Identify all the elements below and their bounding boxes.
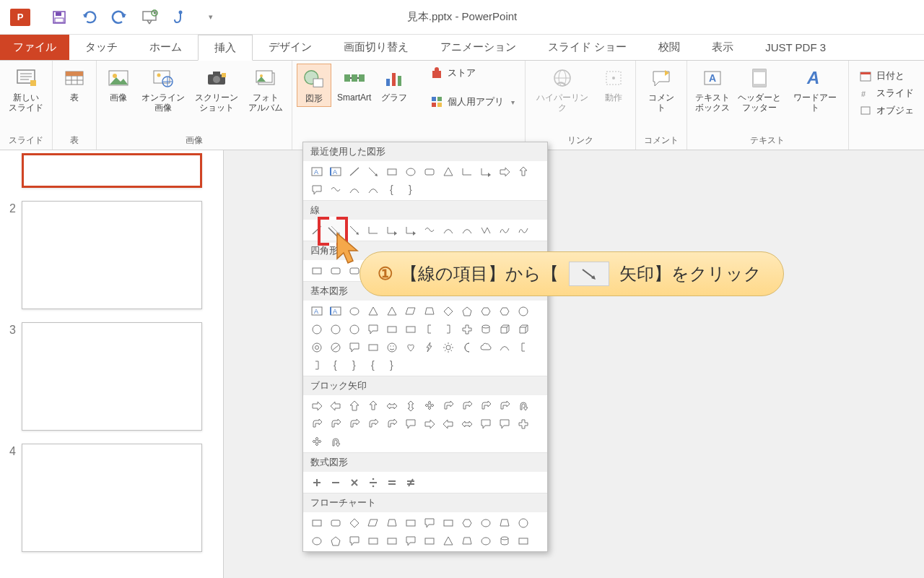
tab-design[interactable]: デザイン: [253, 35, 328, 60]
shape-uarrow[interactable]: [346, 398, 362, 413]
shape-brace[interactable]: {: [365, 358, 381, 373]
shape-rect[interactable]: [365, 533, 381, 548]
online-picture-button[interactable]: オンライン 画像: [137, 64, 189, 116]
headerfooter-button[interactable]: ヘッダーと フッター: [735, 64, 785, 116]
undo-icon[interactable]: [81, 9, 98, 26]
shape-rarrow[interactable]: [497, 164, 513, 179]
shape-eq_plus[interactable]: [309, 475, 325, 490]
qat-more-icon[interactable]: ▾: [202, 9, 219, 26]
shape-rect[interactable]: [384, 322, 400, 337]
shape-curve[interactable]: [440, 223, 456, 238]
shape-oval[interactable]: [346, 303, 362, 319]
shape-rbrack[interactable]: [440, 322, 456, 337]
shapes-gallery-dropdown[interactable]: 最近使用した図形 AA{} 線 四角形 基本図形 AA{}{} ブロック矢印 数…: [302, 142, 548, 552]
shape-roundrect[interactable]: [328, 515, 344, 530]
shape-lbrack[interactable]: [515, 340, 531, 355]
shape-brace2[interactable]: }: [403, 182, 419, 197]
shape-callout[interactable]: [309, 182, 325, 197]
shape-scribble[interactable]: [515, 223, 531, 238]
slide-thumbnail-1[interactable]: [22, 153, 202, 188]
shape-plus[interactable]: [459, 322, 475, 337]
shape-circle[interactable]: [515, 515, 531, 530]
shape-roundrect[interactable]: [422, 164, 437, 179]
save-icon[interactable]: [51, 9, 68, 26]
shape-udarrow[interactable]: [403, 398, 419, 413]
shape-para[interactable]: [365, 515, 381, 530]
shape-bent[interactable]: [459, 398, 475, 413]
shapes-button[interactable]: 図形: [297, 64, 331, 107]
shape-oval[interactable]: [478, 533, 494, 548]
wordart-button[interactable]: A ワードアート: [786, 64, 844, 116]
shape-textbox[interactable]: A: [309, 303, 325, 319]
shape-brace[interactable]: {: [384, 182, 400, 197]
shape-heart[interactable]: [403, 340, 419, 355]
shape-textbox[interactable]: A: [309, 164, 325, 179]
chart-button[interactable]: グラフ: [377, 64, 411, 105]
shape-scribble[interactable]: [497, 223, 513, 238]
new-slide-button[interactable]: 新しい スライド: [4, 64, 48, 116]
shape-curve[interactable]: [346, 182, 362, 197]
shape-cube[interactable]: [497, 322, 513, 337]
store-button[interactable]: ストア: [427, 65, 518, 81]
shape-curve2[interactable]: [422, 223, 437, 238]
shape-lrarrow[interactable]: [459, 416, 475, 431]
tab-insert[interactable]: 挿入: [198, 35, 253, 61]
shape-bent[interactable]: [309, 416, 325, 431]
shape-rect[interactable]: [365, 340, 381, 355]
redo-icon[interactable]: [111, 9, 128, 26]
myapps-button[interactable]: 個人用アプリ ▾: [427, 94, 518, 110]
shape-quad[interactable]: [422, 398, 437, 413]
tab-review[interactable]: 校閲: [642, 35, 696, 60]
shape-eq_neq[interactable]: [403, 475, 419, 490]
table-button[interactable]: 表: [57, 64, 92, 105]
slidenum-button[interactable]: #スライド: [856, 85, 917, 101]
shape-moon[interactable]: [459, 340, 475, 355]
tab-view[interactable]: 表示: [696, 35, 749, 60]
shape-plus[interactable]: [515, 416, 531, 431]
shape-hex[interactable]: [497, 303, 513, 319]
shape-bent[interactable]: [384, 416, 400, 431]
shape-callout[interactable]: [403, 416, 419, 431]
shape-donut[interactable]: [309, 340, 325, 355]
shape-curve[interactable]: [365, 182, 381, 197]
shape-tri[interactable]: [365, 303, 381, 319]
shape-tri[interactable]: [384, 303, 400, 319]
shape-rect[interactable]: [384, 164, 400, 179]
shape-pent[interactable]: [459, 303, 475, 319]
shape-elbowarr[interactable]: [403, 223, 419, 238]
shape-rect[interactable]: [384, 533, 400, 548]
shape-rbrack[interactable]: [309, 358, 325, 373]
shape-can[interactable]: [478, 322, 494, 337]
shape-eq_mult[interactable]: [346, 475, 362, 490]
shape-sun[interactable]: [440, 340, 456, 355]
hyperlink-button[interactable]: ハイパーリンク: [530, 64, 595, 116]
shape-larrow[interactable]: [440, 416, 456, 431]
shape-cube[interactable]: [515, 322, 531, 337]
shape-arrow[interactable]: [365, 164, 381, 179]
tab-transitions[interactable]: 画面切り替え: [328, 35, 424, 60]
shape-oval[interactable]: [403, 164, 419, 179]
shape-lrarrow[interactable]: [384, 398, 400, 413]
shape-textbox2[interactable]: A: [328, 303, 344, 319]
shape-hex[interactable]: [478, 303, 494, 319]
comment-button[interactable]: コメント: [640, 64, 682, 116]
shape-elbow[interactable]: [459, 164, 475, 179]
shape-trap[interactable]: [497, 515, 513, 530]
shape-curve[interactable]: [497, 340, 513, 355]
shape-bent[interactable]: [478, 398, 494, 413]
shape-callout[interactable]: [478, 416, 494, 431]
shape-callout[interactable]: [365, 322, 381, 337]
touch-mode-icon[interactable]: [172, 9, 189, 26]
slide-thumbnail-4[interactable]: [22, 444, 202, 552]
shape-eq_div[interactable]: [365, 475, 381, 490]
shape-brace[interactable]: {: [328, 358, 344, 373]
shape-rect[interactable]: [403, 322, 419, 337]
shape-bent[interactable]: [346, 416, 362, 431]
tab-justpdf[interactable]: JUST PDF 3: [749, 35, 842, 60]
textbox-button[interactable]: A テキスト ボックス: [692, 64, 733, 116]
shape-darrow[interactable]: [515, 164, 531, 179]
shape-rect[interactable]: [515, 533, 531, 548]
shape-rarrow[interactable]: [309, 398, 325, 413]
shape-bolt[interactable]: [422, 340, 437, 355]
shape-bent[interactable]: [497, 398, 513, 413]
